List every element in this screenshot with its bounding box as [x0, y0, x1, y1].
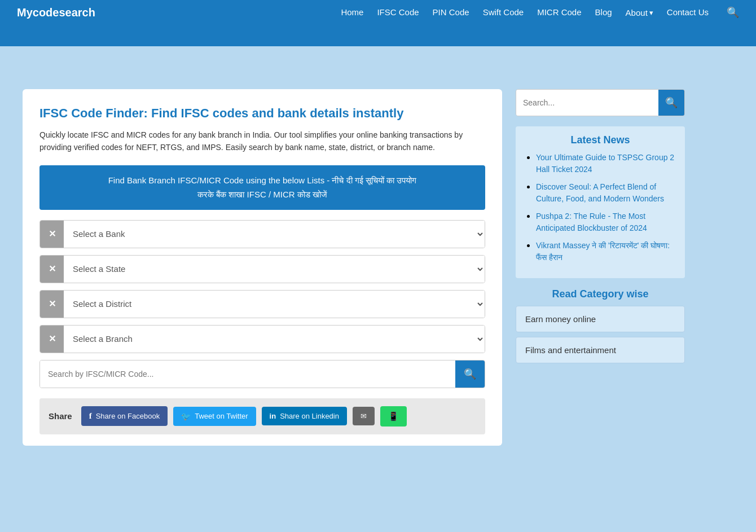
close-icon: ✕ — [49, 298, 56, 309]
category-title: Read Category wise — [516, 288, 685, 300]
list-item: Vikrant Massey ने की 'रिटायरमेंट' की घोष… — [536, 240, 676, 263]
nav-swift[interactable]: Swift Code — [483, 7, 524, 17]
ifsc-search-button[interactable]: 🔍 — [455, 360, 485, 388]
search-icon: 🔍 — [665, 96, 678, 109]
list-item: Discover Seoul: A Perfect Blend of Cultu… — [536, 181, 676, 205]
nav-contact[interactable]: Contact Us — [667, 7, 709, 17]
sidebar: 🔍 Latest News Your Ultimate Guide to TSP… — [516, 89, 685, 446]
ifsc-search-input[interactable] — [40, 360, 455, 388]
district-clear-button[interactable]: ✕ — [40, 291, 64, 318]
sidebar-search-button[interactable]: 🔍 — [658, 90, 684, 116]
facebook-icon: f — [89, 411, 92, 421]
branch-select[interactable]: Select a Branch — [64, 326, 485, 353]
news-link-4[interactable]: Vikrant Massey ने की 'रिटायरमेंट' की घोष… — [536, 241, 670, 262]
brand-logo[interactable]: Mycodesearch — [17, 6, 95, 19]
sidebar-search-input[interactable] — [516, 90, 658, 116]
news-link-3[interactable]: Pushpa 2: The Rule - The Most Anticipate… — [536, 212, 647, 232]
category-section: Read Category wise Earn money online Fil… — [516, 288, 685, 368]
chevron-down-icon: ▾ — [649, 8, 653, 17]
search-icon[interactable]: 🔍 — [727, 7, 739, 18]
nav-pin[interactable]: PIN Code — [433, 7, 469, 17]
news-link-2[interactable]: Discover Seoul: A Perfect Blend of Cultu… — [536, 182, 664, 203]
facebook-share-button[interactable]: f Share on Facebook — [81, 406, 168, 426]
bank-dropdown-row: ✕ Select a Bank — [39, 220, 485, 248]
navbar: Mycodesearch Home IFSC Code PIN Code Swi… — [0, 0, 756, 25]
close-icon: ✕ — [49, 228, 56, 239]
nav-blog[interactable]: Blog — [595, 7, 612, 17]
twitter-share-label: Tweet on Twitter — [195, 412, 248, 420]
facebook-share-label: Share on Facebook — [96, 412, 160, 420]
nav-about[interactable]: About — [626, 8, 648, 17]
share-bar: Share f Share on Facebook 🐦 Tweet on Twi… — [39, 398, 485, 434]
banner-line2: करके बैंक शाखा IFSC / MICR कोड खोजें — [197, 190, 327, 199]
branch-clear-button[interactable]: ✕ — [40, 326, 64, 353]
latest-news-title: Latest News — [525, 134, 676, 146]
list-item: Your Ultimate Guide to TSPSC Group 2 Hal… — [536, 152, 676, 175]
main-card: IFSC Code Finder: Find IFSC codes and ba… — [23, 89, 502, 446]
state-select[interactable]: Select a State — [64, 256, 485, 283]
page-body: IFSC Code Finder: Find IFSC codes and ba… — [0, 76, 756, 459]
list-item: Pushpa 2: The Rule - The Most Anticipate… — [536, 210, 676, 234]
svg-rect-1 — [0, 46, 756, 76]
bank-clear-button[interactable]: ✕ — [40, 221, 64, 248]
share-label: Share — [49, 411, 72, 421]
category-earn-online[interactable]: Earn money online — [516, 306, 685, 332]
district-select[interactable]: Select a District — [64, 291, 485, 318]
twitter-share-button[interactable]: 🐦 Tweet on Twitter — [173, 407, 256, 426]
page-description: Quickly locate IFSC and MICR codes for a… — [39, 129, 485, 154]
close-icon: ✕ — [49, 333, 56, 344]
state-clear-button[interactable]: ✕ — [40, 256, 64, 283]
page-title: IFSC Code Finder: Find IFSC codes and ba… — [39, 106, 485, 121]
email-share-button[interactable]: ✉ — [353, 407, 375, 425]
district-dropdown-row: ✕ Select a District — [39, 290, 485, 318]
close-icon: ✕ — [49, 263, 56, 274]
nav-home[interactable]: Home — [341, 7, 363, 17]
latest-news-card: Latest News Your Ultimate Guide to TSPSC… — [516, 126, 685, 278]
news-list: Your Ultimate Guide to TSPSC Group 2 Hal… — [525, 152, 676, 263]
drip-decoration — [0, 25, 756, 76]
whatsapp-share-button[interactable]: 📱 — [380, 406, 407, 427]
nav-ifsc[interactable]: IFSC Code — [377, 7, 419, 17]
banner-line1: Find Bank Branch IFSC/MICR Code using th… — [108, 175, 417, 185]
blue-banner: Find Bank Branch IFSC/MICR Code using th… — [39, 165, 485, 210]
mail-icon: ✉ — [361, 412, 367, 420]
linkedin-share-button[interactable]: in Share on Linkedin — [262, 407, 347, 425]
branch-dropdown-row: ✕ Select a Branch — [39, 325, 485, 353]
whatsapp-icon: 📱 — [388, 411, 399, 421]
twitter-icon: 🐦 — [181, 412, 191, 421]
ifsc-search-row: 🔍 — [39, 360, 485, 388]
linkedin-icon: in — [270, 412, 276, 420]
state-dropdown-row: ✕ Select a State — [39, 255, 485, 283]
category-films[interactable]: Films and entertainment — [516, 337, 685, 363]
nav-micr[interactable]: MICR Code — [537, 7, 581, 17]
news-link-1[interactable]: Your Ultimate Guide to TSPSC Group 2 Hal… — [536, 153, 674, 174]
sidebar-search-box: 🔍 — [516, 89, 685, 116]
bank-select[interactable]: Select a Bank — [64, 221, 485, 248]
search-icon: 🔍 — [464, 368, 476, 380]
linkedin-share-label: Share on Linkedin — [280, 412, 339, 420]
